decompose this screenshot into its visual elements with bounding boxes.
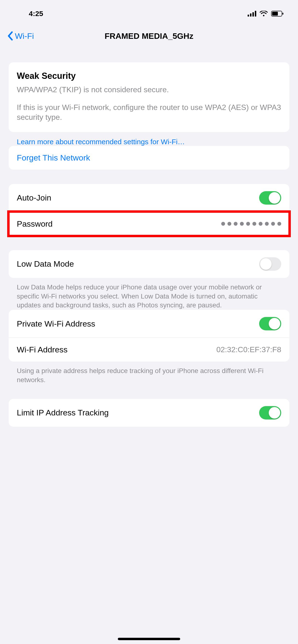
auto-join-row[interactable]: Auto-Join <box>9 184 289 212</box>
limit-ip-toggle[interactable] <box>259 406 281 420</box>
limit-ip-label: Limit IP Address Tracking <box>17 408 109 417</box>
limit-ip-group: Limit IP Address Tracking <box>9 399 289 427</box>
svg-rect-6 <box>282 13 283 14</box>
forget-network-button[interactable]: Forget This Network <box>9 146 289 170</box>
page-title: FRAMED MEDIA_5GHz <box>105 32 193 41</box>
auto-join-toggle[interactable] <box>259 191 281 204</box>
status-right <box>248 11 284 16</box>
private-address-toggle[interactable] <box>259 317 281 330</box>
private-address-group: Private Wi-Fi Address Wi-Fi Address 02:3… <box>9 310 289 362</box>
security-title: Weak Security <box>17 71 281 81</box>
wifi-address-label: Wi-Fi Address <box>17 345 68 354</box>
wifi-address-row: Wi-Fi Address 02:32:C0:EF:37:F8 <box>9 338 289 362</box>
password-label: Password <box>17 219 53 228</box>
svg-rect-3 <box>255 11 256 16</box>
private-address-footer: Using a private address helps reduce tra… <box>17 366 281 384</box>
low-data-label: Low Data Mode <box>17 259 74 268</box>
low-data-group: Low Data Mode <box>9 250 289 278</box>
svg-rect-5 <box>272 12 278 16</box>
back-button[interactable]: Wi-Fi <box>7 31 34 41</box>
forget-group: Forget This Network <box>9 146 289 170</box>
security-line2: If this is your Wi-Fi network, configure… <box>17 102 281 122</box>
join-group: Auto-Join Password <box>9 184 289 236</box>
status-bar: 4:25 <box>0 0 298 22</box>
back-label: Wi-Fi <box>15 32 34 41</box>
nav-bar: Wi-Fi FRAMED MEDIA_5GHz <box>0 22 298 50</box>
cellular-icon <box>248 11 256 16</box>
low-data-footer: Low Data Mode helps reduce your iPhone d… <box>17 283 281 310</box>
limit-ip-row[interactable]: Limit IP Address Tracking <box>9 399 289 427</box>
private-address-label: Private Wi-Fi Address <box>17 319 95 328</box>
private-address-row[interactable]: Private Wi-Fi Address <box>9 310 289 338</box>
battery-icon <box>271 11 284 16</box>
security-line1: WPA/WPA2 (TKIP) is not considered secure… <box>17 85 281 95</box>
security-card: Weak Security WPA/WPA2 (TKIP) is not con… <box>9 62 289 132</box>
chevron-left-icon <box>7 31 13 41</box>
auto-join-label: Auto-Join <box>17 193 51 202</box>
wifi-address-value: 02:32:C0:EF:37:F8 <box>216 345 281 354</box>
password-dots <box>221 222 281 226</box>
wifi-icon <box>260 11 268 16</box>
svg-rect-1 <box>250 14 251 16</box>
low-data-toggle[interactable] <box>259 257 281 271</box>
low-data-row[interactable]: Low Data Mode <box>9 250 289 278</box>
home-indicator <box>118 638 180 640</box>
security-body: WPA/WPA2 (TKIP) is not considered secure… <box>17 85 281 122</box>
svg-rect-0 <box>248 14 249 16</box>
learn-more-link[interactable]: Learn more about recommended settings fo… <box>17 138 289 146</box>
status-time: 4:25 <box>29 10 43 18</box>
password-row[interactable]: Password <box>9 212 289 236</box>
svg-rect-2 <box>252 12 254 16</box>
